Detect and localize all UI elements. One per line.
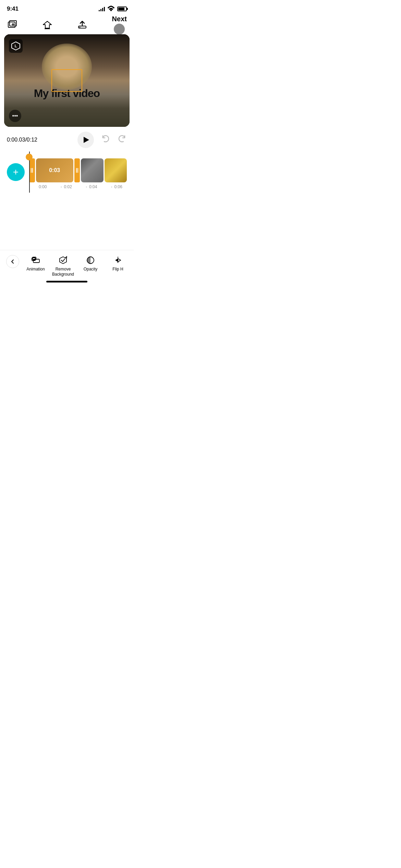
control-buttons [77,132,127,148]
add-layers-icon [7,19,18,30]
opacity-tool[interactable]: Opacity [77,254,104,273]
time-display: 0:00.03/0:12 [7,137,37,143]
animation-label: Animation [26,267,45,272]
remove-bg-label: RemoveBackground [52,267,74,277]
add-layers-button[interactable] [7,19,18,30]
status-bar: 9:41 [0,0,134,15]
bottom-tools-row: Animation RemoveBackground [0,254,134,278]
remove-bg-icon [59,255,68,265]
clip-thumbnail-2 [105,158,127,182]
flip-h-tool[interactable]: Flip H [104,254,132,273]
opacity-icon [86,255,95,265]
redo-button[interactable] [117,134,127,146]
ruler-4: 0:04 [89,184,109,189]
export-icon [77,19,88,30]
undo-button[interactable] [101,134,110,146]
play-button[interactable] [77,132,94,148]
opacity-label: Opacity [84,267,98,272]
next-button[interactable]: Next [112,15,127,35]
playback-controls: 0:00.03/0:12 [7,132,127,148]
export-button[interactable] [77,19,88,30]
remove-bg-tool[interactable]: RemoveBackground [49,254,77,278]
battery-icon [117,7,127,11]
timeline-section: 0:00.03/0:12 + [0,127,134,193]
svg-marker-18 [115,258,118,262]
video-preview: My first video L ••• [4,34,130,127]
wifi-icon [107,5,115,13]
more-options-button[interactable]: ••• [9,110,21,122]
svg-marker-4 [43,21,51,28]
import-icon [42,19,53,30]
svg-marker-19 [118,258,121,262]
video-badge: L [9,39,23,53]
flip-h-icon [113,255,122,265]
text-selection-box[interactable] [51,69,82,92]
flip-v-tool[interactable]: Flip [132,254,134,273]
home-indicator [46,281,87,282]
status-icons [99,5,127,13]
clip-main[interactable]: 0:03 [36,158,73,182]
animation-tool[interactable]: Animation [22,254,49,273]
bottom-toolbar: Animation RemoveBackground [0,250,134,289]
clip-duration: 0:03 [49,167,60,173]
svg-text:L: L [15,44,17,48]
top-toolbar: Next [0,15,134,34]
clip-handle-left[interactable] [29,158,35,182]
clip-thumbnail-1 [81,158,103,182]
ruler-0: 0:00 [39,184,59,189]
back-button[interactable] [6,255,19,268]
layer-badge-icon: L [11,41,21,51]
timeline-scroll[interactable]: 0:03 0:00 • 0:02 • [29,152,127,193]
back-icon [10,259,15,264]
timeline-ruler: 0:00 • 0:02 • 0:04 • 0:06 • [29,182,127,189]
signal-bars-icon [99,7,105,11]
scrubber-handle[interactable] [26,154,33,160]
play-icon [84,137,89,143]
animation-icon [31,255,40,265]
flip-h-label: Flip H [112,267,123,272]
clip-row: 0:03 [29,158,127,182]
svg-line-16 [66,257,67,258]
next-dot [114,24,125,35]
next-label: Next [112,15,127,23]
ruler-2: 0:02 [64,184,84,189]
add-clip-button[interactable]: + [7,163,25,181]
ruler-6: 0:06 [114,184,134,189]
clip-handle-right[interactable] [74,158,80,182]
redo-icon [117,134,127,144]
status-time: 9:41 [7,5,19,12]
undo-icon [101,134,110,144]
timeline-area: + 0:03 [7,152,127,193]
import-button[interactable] [42,19,53,30]
